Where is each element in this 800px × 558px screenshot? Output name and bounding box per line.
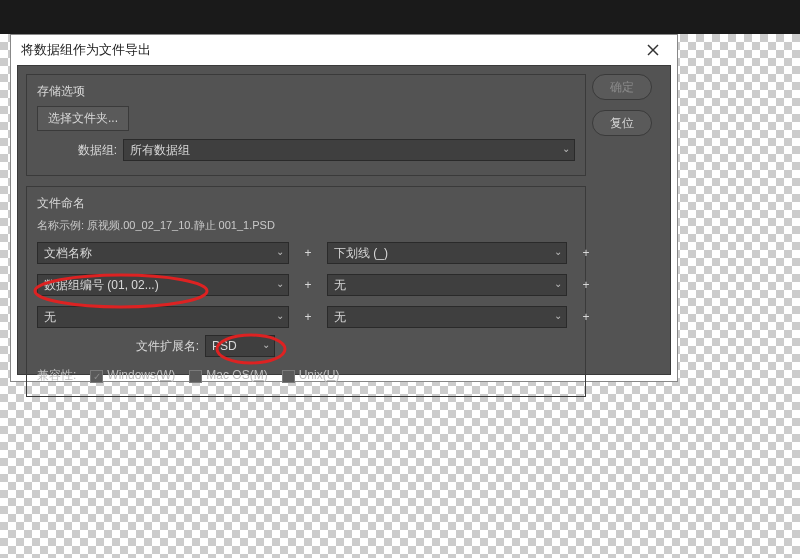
name-part-1-select[interactable]: 文档名称⌄ bbox=[37, 242, 289, 264]
name-part-2-select[interactable]: 下划线 (_)⌄ bbox=[327, 242, 567, 264]
data-group-select[interactable]: 所有数据组 ⌄ bbox=[123, 139, 575, 161]
storage-legend: 存储选项 bbox=[37, 83, 85, 100]
app-toolbar bbox=[0, 0, 800, 34]
reset-button[interactable]: 复位 bbox=[592, 110, 652, 136]
compat-label: 兼容性: bbox=[37, 367, 76, 384]
naming-legend: 文件命名 bbox=[37, 195, 85, 212]
dialog-body: 存储选项 选择文件夹... 数据组: 所有数据组 ⌄ 文件命名 名称示例: 原视… bbox=[17, 65, 671, 375]
dialog-title: 将数据组作为文件导出 bbox=[21, 41, 639, 59]
name-part-4-select[interactable]: 无⌄ bbox=[327, 274, 567, 296]
plus-separator: + bbox=[573, 246, 599, 260]
example-name: 名称示例: 原视频.00_02_17_10.静止 001_1.PSD bbox=[37, 218, 575, 233]
data-group-label: 数据组: bbox=[37, 142, 123, 159]
extension-select[interactable]: PSD⌄ bbox=[205, 335, 275, 357]
checkbox-mac[interactable] bbox=[189, 370, 202, 383]
storage-options-fieldset: 存储选项 选择文件夹... 数据组: 所有数据组 ⌄ bbox=[26, 74, 586, 176]
export-datasets-dialog: 将数据组作为文件导出 存储选项 选择文件夹... 数据组: 所有数据组 ⌄ 文件… bbox=[10, 34, 678, 382]
plus-separator: + bbox=[295, 310, 321, 324]
file-naming-fieldset: 文件命名 名称示例: 原视频.00_02_17_10.静止 001_1.PSD … bbox=[26, 186, 586, 397]
chevron-down-icon: ⌄ bbox=[276, 278, 284, 289]
choose-folder-button[interactable]: 选择文件夹... bbox=[37, 106, 129, 131]
titlebar: 将数据组作为文件导出 bbox=[11, 35, 677, 65]
chevron-down-icon: ⌄ bbox=[554, 278, 562, 289]
chevron-down-icon: ⌄ bbox=[262, 339, 270, 350]
chevron-down-icon: ⌄ bbox=[554, 246, 562, 257]
extension-label: 文件扩展名: bbox=[37, 338, 205, 355]
compat-mac[interactable]: Mac OS(M) bbox=[189, 368, 267, 382]
plus-separator: + bbox=[295, 278, 321, 292]
plus-separator: + bbox=[573, 278, 599, 292]
chevron-down-icon: ⌄ bbox=[554, 310, 562, 321]
close-button[interactable] bbox=[639, 40, 667, 60]
chevron-down-icon: ⌄ bbox=[276, 246, 284, 257]
close-icon bbox=[647, 44, 659, 56]
compat-windows: Windows(W) bbox=[90, 368, 175, 382]
ok-button[interactable]: 确定 bbox=[592, 74, 652, 100]
compatibility-row: 兼容性: Windows(W) Mac OS(M) Unix(U) bbox=[37, 367, 575, 384]
chevron-down-icon: ⌄ bbox=[276, 310, 284, 321]
plus-separator: + bbox=[573, 310, 599, 324]
checkbox-windows bbox=[90, 370, 103, 383]
chevron-down-icon: ⌄ bbox=[562, 143, 570, 154]
compat-unix[interactable]: Unix(U) bbox=[282, 368, 340, 382]
name-part-5-select[interactable]: 无⌄ bbox=[37, 306, 289, 328]
name-part-6-select[interactable]: 无⌄ bbox=[327, 306, 567, 328]
name-part-3-select[interactable]: 数据组编号 (01, 02...)⌄ bbox=[37, 274, 289, 296]
plus-separator: + bbox=[295, 246, 321, 260]
checkbox-unix[interactable] bbox=[282, 370, 295, 383]
